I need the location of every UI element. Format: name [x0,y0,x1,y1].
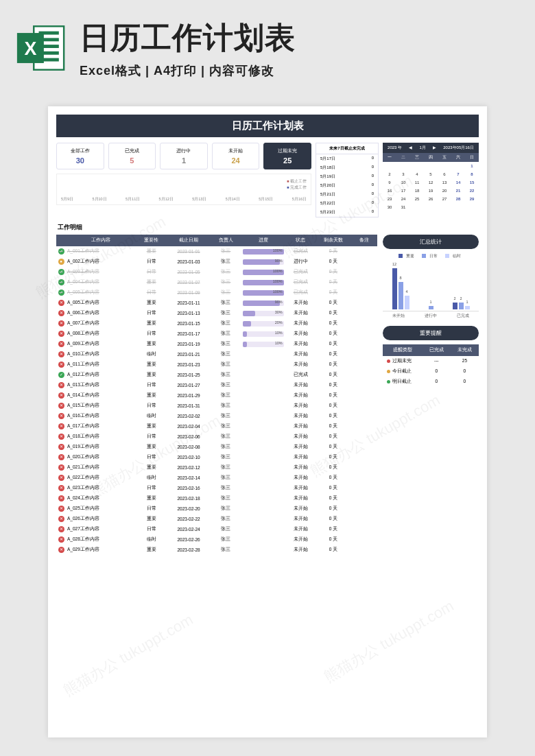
stat-value: 30 [57,156,104,165]
stat-label: 全部工作 [57,147,104,154]
calendar-day[interactable]: 24 [396,195,410,203]
calendar-day[interactable]: 13 [438,178,451,187]
table-row[interactable]: ✕A_005工作内容重要2023-01-11张三90%未开始0 天 [56,298,377,308]
table-row[interactable]: ✕A_018工作内容日常2023-02-06张三未开始0 天 [56,432,377,442]
calendar-day[interactable]: 22 [465,187,479,195]
status-icon: ✕ [58,434,64,440]
calendar-day[interactable]: 3 [396,170,410,178]
document-title: 日历工作计划表 [56,115,479,137]
stat-value: 25 [264,156,311,165]
table-row[interactable]: ✕A_020工作内容日常2023-02-10张三未开始0 天 [56,452,377,462]
calendar-day[interactable]: 6 [438,170,451,178]
legend-b: 完成工作 [287,185,307,189]
table-row[interactable]: ✕A_011工作内容重要2023-01-23张三未开始0 天 [56,359,377,370]
calendar-day[interactable]: 23 [383,195,396,203]
calendar-day[interactable]: 15 [465,178,479,187]
status-icon: ✓ [58,372,64,378]
calendar-day[interactable]: 27 [438,195,451,203]
table-row[interactable]: ✕A_019工作内容重要2023-02-08张三未开始0 天 [56,442,377,452]
calendar-day [451,162,465,170]
table-row[interactable]: ✕A_006工作内容日常2023-01-13张三30%未开始0 天 [56,308,377,318]
status-icon: ✕ [58,423,64,429]
calendar-day[interactable]: 17 [396,187,410,195]
calendar-day[interactable]: 12 [424,178,438,187]
table-row[interactable]: ✕A_028工作内容临时2023-02-26张三未开始0 天 [56,534,377,545]
upcoming-row: 5月22日0 [316,199,378,208]
calendar-day[interactable]: 29 [465,195,479,203]
stat-value: 5 [109,156,156,165]
table-row[interactable]: ✕A_026工作内容重要2023-02-22张三未开始0 天 [56,514,377,524]
main-row: 工作内容重要性截止日期负责人进度状态剩余天数备注 ✓A_001工作内容重要202… [56,235,479,555]
table-row[interactable]: ✕A_010工作内容临时2023-01-21张三未开始0 天 [56,349,377,359]
reminder-body: 过期未完---25今日截止00明日截止00 [383,356,479,387]
calendar-day[interactable]: 7 [451,170,465,178]
calendar-day[interactable]: 18 [410,187,424,195]
calendar-day [424,162,438,170]
legend-a: 截止工作 [287,179,307,183]
calendar-day[interactable]: 21 [451,187,465,195]
table-row[interactable]: ✓A_001工作内容重要2023-01-01张三100%已完成0 天 [56,246,377,257]
upcoming-panel: 未来7日截止未完成 5月17日05月18日05月19日05月20日05月21日0… [316,143,379,217]
reminder-title[interactable]: 重要提醒 [383,326,479,340]
summary-title[interactable]: 汇总统计 [383,235,479,249]
table-row[interactable]: ✕A_017工作内容重要2023-02-04张三未开始0 天 [56,421,377,432]
status-icon: ✕ [58,403,64,409]
table-row[interactable]: ✕A_025工作内容日常2023-02-20张三未开始0 天 [56,504,377,514]
status-icon: ✕ [58,351,64,357]
table-row[interactable]: ✕A_009工作内容重要2023-01-19张三10%未开始0 天 [56,339,377,349]
status-icon: ✕ [58,331,64,337]
detail-title: 工作明细 [58,223,479,232]
calendar-header: 2023 年 ◀ 1月 ▶ 2023年05月16日 [383,143,479,153]
status-icon: ✕ [58,547,64,553]
stat-overdue: 过期未完 25 [263,143,311,169]
calendar-day[interactable]: 8 [465,170,479,178]
table-row[interactable]: ✓A_003工作内容日常2023-01-05张三100%已完成0 天 [56,267,377,277]
table-row[interactable]: ✕A_022工作内容临时2023-02-14张三未开始0 天 [56,473,377,483]
timeline-axis: 5月9日5月10日5月11日5月12日5月13日5月14日5月15日5月16日 [61,197,307,202]
table-row[interactable]: ●A_002工作内容日常2023-01-03张三90%进行中0 天 [56,257,377,267]
status-icon: ✕ [58,310,64,316]
calendar-day[interactable]: 2 [383,170,396,178]
calendar-day[interactable]: 31 [396,203,410,211]
calendar-day[interactable]: 26 [424,195,438,203]
status-icon: ● [58,259,64,265]
table-row[interactable]: ✕A_014工作内容重要2023-01-29张三未开始0 天 [56,390,377,401]
table-row[interactable]: ✓A_005工作内容日常2023-01-09张三100%已完成0 天 [56,287,377,298]
table-row[interactable]: ✓A_004工作内容重要2023-01-07张三100%已完成0 天 [56,277,377,287]
calendar-prev-icon[interactable]: ◀ [409,145,412,151]
table-row[interactable]: ✕A_016工作内容临时2023-02-02张三未开始0 天 [56,411,377,421]
status-icon: ✕ [58,495,64,501]
table-row[interactable]: ✕A_024工作内容重要2023-02-18张三未开始0 天 [56,493,377,504]
calendar-day[interactable]: 10 [396,178,410,187]
calendar-day[interactable]: 19 [424,187,438,195]
legend-daily: 日常 [429,254,438,258]
calendar-day [383,162,396,170]
calendar-day[interactable]: 9 [383,178,396,187]
table-row[interactable]: ✕A_029工作内容重要2023-02-28张三未开始0 天 [56,545,377,555]
table-row[interactable]: ✕A_008工作内容日常2023-01-17张三10%未开始0 天 [56,329,377,339]
status-icon: ✓ [58,248,64,255]
calendar-day[interactable]: 28 [451,195,465,203]
timeline-legend: 截止工作 完成工作 [287,178,307,191]
calendar-day[interactable]: 16 [383,187,396,195]
legend-important: 重要 [406,254,414,258]
calendar-day[interactable]: 11 [410,178,424,187]
calendar-day[interactable]: 14 [451,178,465,187]
table-row[interactable]: ✕A_013工作内容日常2023-01-27张三未开始0 天 [56,380,377,390]
table-row[interactable]: ✕A_015工作内容日常2023-01-31张三未开始0 天 [56,401,377,411]
calendar-day[interactable]: 1 [465,162,479,170]
calendar-day[interactable]: 30 [383,203,396,211]
calendar-day[interactable]: 4 [410,170,424,178]
calendar-next-icon[interactable]: ▶ [433,145,436,151]
table-row[interactable]: ✓A_012工作内容重要2023-01-25张三已完成0 天 [56,370,377,380]
table-row[interactable]: ✕A_023工作内容日常2023-02-16张三未开始0 天 [56,483,377,493]
calendar-day[interactable]: 25 [410,195,424,203]
calendar-day[interactable]: 5 [424,170,438,178]
header-texts: 日历工作计划表 Excel格式 | A4打印 | 内容可修改 [80,18,521,79]
calendar-day[interactable]: 20 [438,187,451,195]
table-row[interactable]: ✕A_007工作内容重要2023-01-15张三20%未开始0 天 [56,318,377,329]
table-row[interactable]: ✕A_027工作内容日常2023-02-24张三未开始0 天 [56,524,377,534]
calendar-day [465,203,479,211]
upcoming-row: 5月19日0 [316,172,378,181]
table-row[interactable]: ✕A_021工作内容重要2023-02-12张三未开始0 天 [56,462,377,473]
